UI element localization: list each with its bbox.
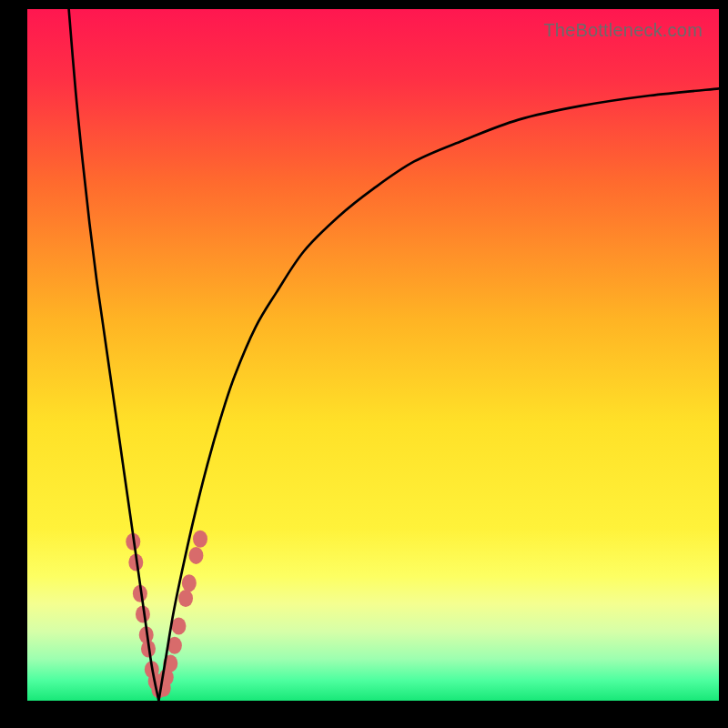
data-marker	[171, 617, 186, 634]
plot-area: TheBottleneck.com	[27, 9, 719, 701]
chart-frame: TheBottleneck.com	[0, 0, 728, 728]
marker-group	[126, 531, 207, 699]
data-marker	[193, 531, 207, 548]
data-marker	[188, 547, 203, 564]
curve-right-branch	[158, 88, 719, 701]
curves-layer	[27, 9, 719, 701]
watermark-text: TheBottleneck.com	[543, 20, 703, 41]
data-marker	[178, 590, 193, 607]
data-marker	[182, 574, 197, 592]
